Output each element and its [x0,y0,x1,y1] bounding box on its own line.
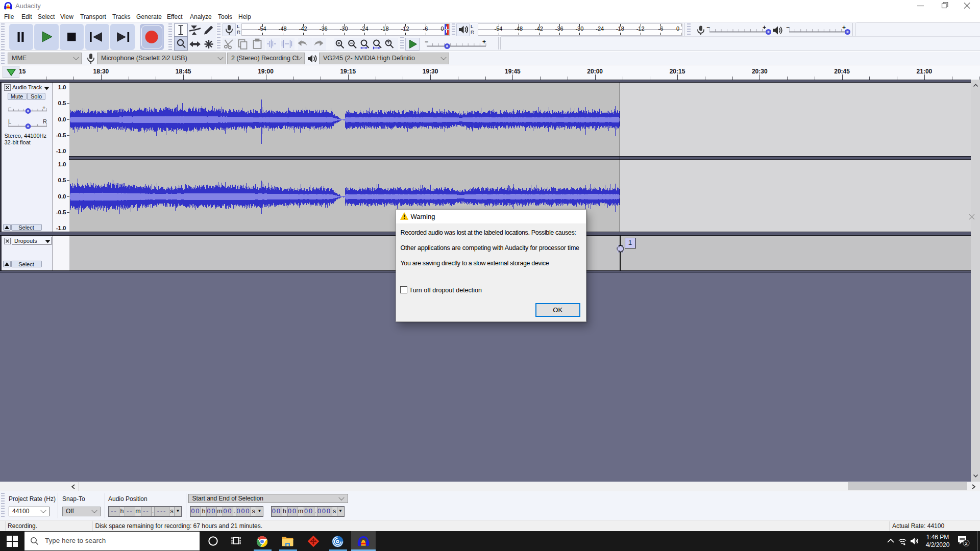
svg-text:2: 2 [965,540,967,546]
